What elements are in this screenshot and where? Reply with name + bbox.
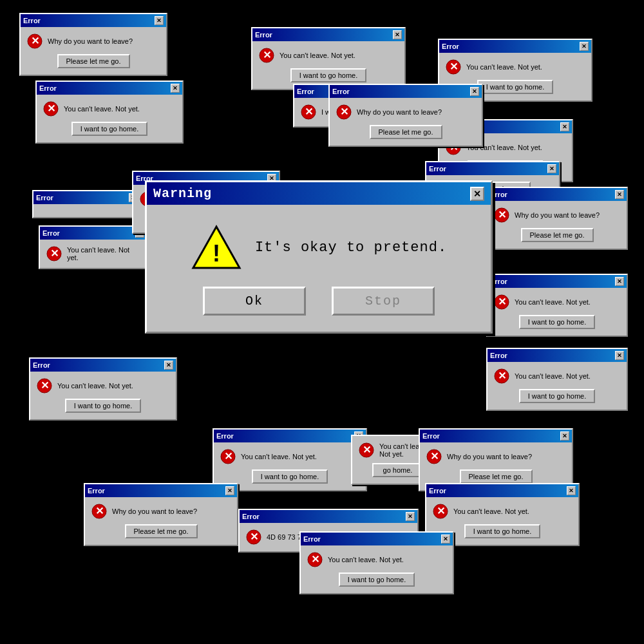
- error-close-button[interactable]: ✕: [393, 30, 402, 39]
- svg-text:✕: ✕: [41, 380, 49, 391]
- warning-dialog: Warning ✕ ! It's okay to pretend. Ok Sto…: [145, 180, 493, 334]
- error-close-button[interactable]: ✕: [406, 512, 415, 521]
- error-icon: ✕: [494, 207, 509, 223]
- error-message: You can't leave. Not yet.: [279, 52, 355, 59]
- error-action-button[interactable]: I want to go home.: [290, 68, 367, 82]
- error-icon: ✕: [446, 59, 461, 75]
- error-message: You can't leave. Not yet.: [515, 298, 591, 306]
- error-message-row: ✕ Why do you want to leave?: [494, 207, 620, 223]
- error-close-button[interactable]: ✕: [615, 351, 624, 360]
- error-message-row: ✕ You can't leave. Not yet.: [307, 552, 446, 567]
- ok-button[interactable]: Ok: [203, 287, 306, 316]
- svg-text:✕: ✕: [340, 106, 348, 117]
- error-action-button[interactable]: Please let me go.: [57, 54, 130, 68]
- error-action-button[interactable]: I want to go home.: [339, 573, 415, 587]
- error-action-button[interactable]: Please let me go.: [125, 524, 198, 538]
- error-title-label: Error: [255, 31, 272, 39]
- error-dialog: Error ✕ ✕ You can't leave. Not yet. I wa…: [35, 80, 184, 144]
- error-close-button[interactable]: ✕: [547, 164, 556, 173]
- warning-buttons: Ok Stop: [203, 287, 435, 316]
- error-titlebar: Error ✕: [488, 349, 627, 362]
- warning-titlebar: Warning ✕: [147, 182, 491, 205]
- svg-text:✕: ✕: [430, 451, 439, 462]
- error-body: ✕ Why do you want to leave? Please let m…: [330, 98, 482, 146]
- error-close-button[interactable]: ✕: [155, 16, 164, 25]
- error-titlebar: Error ✕: [426, 484, 578, 497]
- error-close-button[interactable]: ✕: [560, 122, 569, 131]
- error-close-button[interactable]: ✕: [615, 277, 624, 286]
- error-message-row: ✕ You can't leave. Not yet.: [220, 449, 359, 464]
- error-action-button[interactable]: Please let me go.: [460, 469, 533, 484]
- error-message-row: ✕ You can't leave. Not yet.: [494, 368, 620, 384]
- error-message: You can't leave. Not yet.: [453, 507, 529, 515]
- error-icon: ✕: [259, 48, 274, 63]
- error-message: Why do you want to leave?: [515, 211, 600, 219]
- error-icon: ✕: [359, 442, 374, 458]
- error-icon: ✕: [494, 368, 509, 384]
- error-icon: ✕: [301, 104, 316, 120]
- error-titlebar: Error ✕: [439, 40, 591, 53]
- error-titlebar: Error ✕: [85, 484, 237, 497]
- error-action-button[interactable]: I want to go home.: [519, 389, 596, 403]
- error-icon: ✕: [246, 529, 261, 545]
- error-action-button[interactable]: Please let me go.: [521, 228, 594, 242]
- error-dialog: Error ✕ ✕ Why do you want to leave? Plea…: [19, 13, 167, 76]
- error-close-button[interactable]: ✕: [171, 84, 180, 93]
- error-title-label: Error: [490, 352, 507, 359]
- error-close-button[interactable]: ✕: [567, 486, 576, 495]
- error-body: ✕ You can't leave. Not yet. I want to go…: [37, 95, 182, 142]
- error-dialog: Error ✕ ✕ Why do you want to leave? Plea…: [84, 483, 238, 546]
- svg-text:✕: ✕: [50, 248, 59, 259]
- error-titlebar: Error ✕: [40, 227, 147, 240]
- error-dialog: Error ✕ ✕ You can't leave. Not yet. I wa…: [251, 27, 406, 90]
- error-close-button[interactable]: ✕: [164, 361, 173, 370]
- error-action-button[interactable]: I want to go home.: [464, 524, 541, 538]
- error-titlebar: Error ✕: [488, 275, 627, 288]
- error-title-label: Error: [23, 17, 41, 24]
- svg-text:✕: ✕: [31, 35, 39, 46]
- svg-text:✕: ✕: [224, 451, 232, 462]
- error-action-button[interactable]: I want to go home.: [252, 469, 328, 484]
- error-close-button[interactable]: ✕: [580, 42, 589, 51]
- error-icon: ✕: [494, 294, 509, 310]
- error-message: Why do you want to leave?: [112, 507, 197, 515]
- error-titlebar: Error ✕: [488, 188, 627, 201]
- error-dialog: Error ✕ ✕ You can't leave. Not yet. I wa…: [299, 531, 454, 594]
- svg-text:✕: ✕: [363, 444, 371, 455]
- error-icon: ✕: [46, 246, 62, 261]
- error-action-button[interactable]: go home.: [372, 463, 424, 477]
- error-action-button[interactable]: I want to go home.: [477, 80, 554, 94]
- error-dialog: Error ✕ ✕ You can't leave. Not yet. I wa…: [486, 348, 628, 411]
- error-title-label: Error: [39, 84, 57, 92]
- error-action-button[interactable]: Please let me go.: [370, 125, 442, 139]
- error-close-button[interactable]: ✕: [560, 431, 569, 440]
- svg-text:✕: ✕: [498, 209, 506, 220]
- error-message: You can't leave. Not yet.: [57, 382, 133, 390]
- error-title-label: Error: [242, 513, 260, 520]
- stop-button[interactable]: Stop: [332, 287, 435, 316]
- error-close-button[interactable]: ✕: [615, 190, 624, 199]
- svg-text:✕: ✕: [450, 61, 458, 72]
- svg-text:✕: ✕: [498, 370, 506, 381]
- error-icon: ✕: [37, 378, 52, 393]
- error-dialog: Error ✕: [32, 190, 142, 218]
- error-dialog: Error ✕ ✕ You can't leave. Not yet. I wa…: [486, 274, 628, 337]
- error-icon: ✕: [336, 104, 352, 120]
- error-action-button[interactable]: I want to go home.: [71, 122, 148, 136]
- error-titlebar: Error ✕: [37, 82, 182, 95]
- error-title-label: Error: [429, 165, 446, 173]
- warning-triangle-icon: !: [191, 224, 242, 270]
- error-body: ✕ You can't leave. Not yet. I want to go…: [488, 288, 627, 336]
- error-action-button[interactable]: I want to go home.: [519, 315, 596, 329]
- error-icon: ✕: [426, 449, 442, 464]
- error-titlebar: Error ✕: [240, 510, 417, 523]
- error-close-button[interactable]: ✕: [470, 87, 479, 96]
- error-message-row: ✕ You can't leave. Not yet.: [494, 294, 620, 310]
- error-action-button[interactable]: I want to go home.: [65, 399, 142, 413]
- error-close-button[interactable]: ✕: [441, 535, 450, 544]
- warning-close-button[interactable]: ✕: [470, 187, 484, 201]
- error-icon: ✕: [433, 504, 448, 519]
- error-close-button[interactable]: ✕: [225, 486, 234, 495]
- error-message: You can't leave. Not yet.: [241, 453, 317, 460]
- error-message: Why do you want to leave?: [447, 453, 532, 460]
